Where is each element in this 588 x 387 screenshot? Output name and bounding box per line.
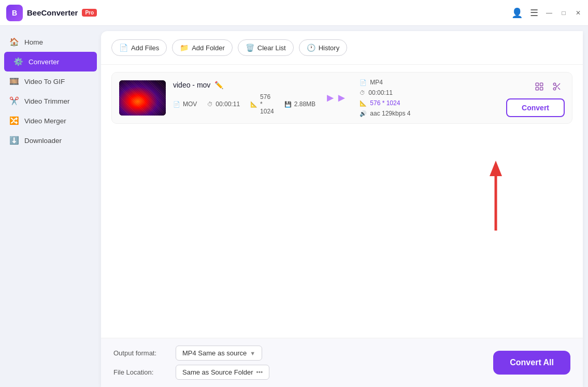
- output-format-row: 📄 MP4: [360, 79, 499, 86]
- svg-point-4: [553, 83, 556, 85]
- add-folder-label: Add Folder: [192, 44, 225, 52]
- sidebar-label-merger: Video Merger: [24, 117, 66, 125]
- main-layout: 🏠 Home ⚙️ Converter 🎞️ Video To GIF ✂️ V…: [0, 26, 588, 387]
- sidebar-item-downloader[interactable]: ⬇️ Downloader: [0, 131, 101, 150]
- file-item: video - mov ✏️ 📄 MOV ⏱ 00:00:11: [111, 72, 572, 124]
- maximize-button[interactable]: □: [560, 9, 567, 17]
- output-format-value: MP4: [370, 79, 383, 86]
- logo-letter: B: [12, 9, 17, 17]
- output-duration-row: ⏱ 00:00:11: [360, 89, 499, 96]
- sidebar-label-downloader: Downloader: [24, 137, 62, 145]
- svg-rect-1: [540, 83, 543, 85]
- chevron-down-icon: ▼: [250, 350, 255, 356]
- sidebar: 🏠 Home ⚙️ Converter 🎞️ Video To GIF ✂️ V…: [0, 26, 101, 387]
- output-audio-row: 🔊 aac 129kbps 4: [360, 110, 499, 117]
- annotation-arrow: [465, 155, 506, 240]
- bottom-left: Output format: MP4 Same as source ▼ File…: [113, 346, 269, 380]
- source-size: 💾 2.88MB: [284, 101, 315, 108]
- converter-icon: ⚙️: [13, 57, 23, 66]
- history-icon: 🕐: [307, 44, 315, 52]
- svg-line-7: [558, 88, 560, 90]
- sidebar-label-gif: Video To GIF: [24, 78, 65, 85]
- file-thumbnail: [119, 80, 166, 116]
- file-type-icon: 📄: [173, 101, 180, 108]
- convert-all-button[interactable]: Convert All: [493, 351, 570, 375]
- add-folder-button[interactable]: 📁 Add Folder: [172, 39, 233, 56]
- source-resolution: 📐 576 * 1024: [250, 93, 274, 115]
- source-resolution-value: 576 * 1024: [260, 93, 274, 115]
- add-files-label: Add Files: [131, 44, 159, 52]
- sidebar-item-converter[interactable]: ⚙️ Converter: [4, 52, 97, 71]
- svg-rect-3: [540, 88, 543, 90]
- source-duration-value: 00:00:11: [216, 101, 240, 108]
- bottom-bar: Output format: MP4 Same as source ▼ File…: [101, 338, 583, 387]
- pro-badge: Pro: [82, 9, 97, 17]
- profile-icon[interactable]: 👤: [511, 7, 523, 19]
- trimmer-icon: ✂️: [9, 96, 19, 106]
- history-button[interactable]: 🕐 History: [299, 39, 347, 56]
- output-meta: 📄 MP4 ⏱ 00:00:11 📐 576 * 1024 🔊: [360, 79, 499, 117]
- file-meta: 📄 MOV ⏱ 00:00:11 📐 576 * 1024 💾: [173, 93, 312, 115]
- convert-button[interactable]: Convert: [506, 98, 565, 117]
- conversion-arrow: ►►: [320, 91, 353, 105]
- sidebar-item-video-merger[interactable]: 🔀 Video Merger: [0, 111, 101, 131]
- file-location-button[interactable]: Same as Source Folder •••: [176, 365, 269, 380]
- source-format: 📄 MOV: [173, 101, 197, 108]
- file-location-label: File Location:: [113, 368, 170, 376]
- output-file-icon: 📄: [360, 79, 367, 86]
- output-duration-value: 00:00:11: [368, 89, 393, 96]
- output-audio-value: aac 129kbps 4: [370, 110, 410, 117]
- output-format-label: Output format:: [113, 349, 170, 357]
- source-format-label: MOV: [183, 101, 197, 108]
- clear-list-button[interactable]: 🗑️ Clear List: [238, 39, 294, 56]
- sidebar-item-video-to-gif[interactable]: 🎞️ Video To GIF: [0, 71, 101, 91]
- output-resolution-icon: 📐: [360, 100, 367, 107]
- clear-list-label: Clear List: [257, 44, 286, 52]
- edit-icon[interactable]: ✏️: [214, 81, 223, 89]
- sidebar-label-trimmer: Video Trimmer: [24, 97, 70, 105]
- file-list: video - mov ✏️ 📄 MOV ⏱ 00:00:11: [101, 65, 583, 338]
- output-clock-icon: ⏱: [360, 90, 365, 96]
- thumbnail-image: [119, 80, 166, 116]
- toolbar: 📄 Add Files 📁 Add Folder 🗑️ Clear List 🕐…: [101, 31, 583, 65]
- menu-icon[interactable]: ☰: [530, 7, 538, 19]
- source-size-value: 2.88MB: [294, 101, 315, 108]
- history-label: History: [319, 44, 339, 52]
- file-location-row: File Location: Same as Source Folder •••: [113, 365, 269, 380]
- audio-icon: 🔊: [360, 110, 367, 117]
- output-resolution-value: 576 * 1024: [370, 99, 400, 107]
- size-icon: 💾: [284, 101, 292, 108]
- sidebar-label-converter: Converter: [28, 58, 59, 66]
- file-location-value: Same as Source Folder: [182, 368, 253, 376]
- output-info: 📄 MP4 ⏱ 00:00:11 📐 576 * 1024 🔊: [360, 79, 499, 117]
- app-logo: B: [6, 5, 23, 21]
- source-info: video - mov ✏️ 📄 MOV ⏱ 00:00:11: [173, 81, 312, 115]
- titlebar-right: 👤 ☰ — □ ✕: [511, 7, 582, 19]
- svg-line-8: [555, 85, 557, 87]
- more-icon: •••: [256, 369, 263, 376]
- clock-icon: ⏱: [207, 101, 213, 107]
- add-folder-icon: 📁: [180, 44, 189, 52]
- file-name: video - mov: [173, 81, 210, 89]
- minimize-button[interactable]: —: [546, 9, 553, 17]
- sidebar-label-home: Home: [24, 38, 43, 46]
- scissors-icon-button[interactable]: [549, 79, 565, 94]
- gif-icon: 🎞️: [9, 77, 19, 86]
- content-area: 📄 Add Files 📁 Add Folder 🗑️ Clear List 🕐…: [101, 31, 583, 387]
- output-format-select[interactable]: MP4 Same as source ▼: [176, 346, 262, 361]
- trash-icon: 🗑️: [246, 44, 254, 52]
- sidebar-item-home[interactable]: 🏠 Home: [0, 32, 101, 52]
- merger-icon: 🔀: [9, 116, 19, 125]
- sidebar-item-video-trimmer[interactable]: ✂️ Video Trimmer: [0, 91, 101, 111]
- close-button[interactable]: ✕: [575, 9, 582, 17]
- settings-icon-button[interactable]: [532, 79, 547, 94]
- titlebar: B BeeConverter Pro 👤 ☰ — □ ✕: [0, 0, 588, 26]
- add-files-icon: 📄: [119, 44, 128, 52]
- app-name: BeeConverter: [27, 8, 78, 17]
- add-files-button[interactable]: 📄 Add Files: [111, 39, 167, 56]
- svg-rect-2: [536, 88, 538, 90]
- output-resolution-row: 📐 576 * 1024: [360, 99, 499, 107]
- file-actions: Convert: [506, 79, 565, 117]
- resolution-icon: 📐: [250, 101, 257, 108]
- svg-rect-0: [536, 83, 538, 85]
